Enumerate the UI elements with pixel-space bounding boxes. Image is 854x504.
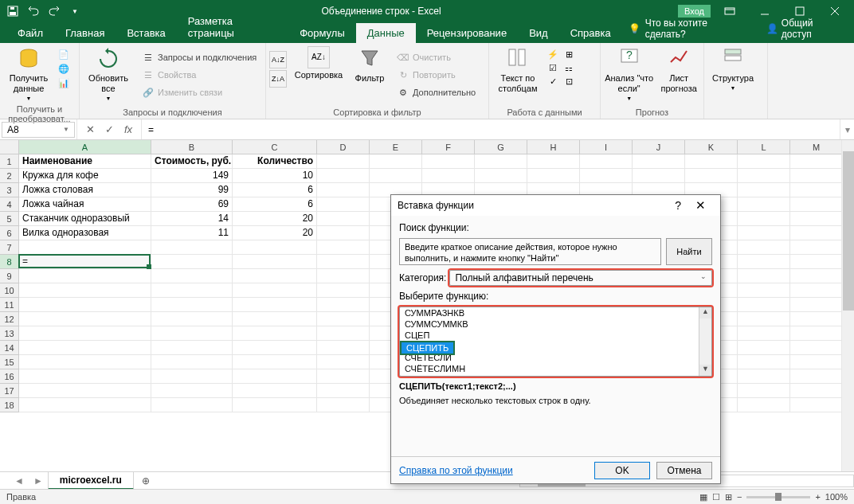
find-button[interactable]: Найти xyxy=(666,238,712,265)
cell[interactable] xyxy=(151,240,233,255)
cell[interactable] xyxy=(790,298,843,312)
ribbon-tab-Вставка[interactable]: Вставка xyxy=(116,23,176,43)
cell[interactable] xyxy=(685,154,738,169)
cell[interactable] xyxy=(317,183,370,197)
list-scrollbar[interactable]: ▲ ▼ xyxy=(699,307,711,376)
zoom-level[interactable]: 100% xyxy=(825,492,848,502)
cell[interactable] xyxy=(317,298,370,312)
cell[interactable] xyxy=(790,312,843,326)
tell-me-input[interactable]: 💡 Что вы хотите сделать? xyxy=(622,14,750,43)
cancel-button[interactable]: Отмена xyxy=(656,462,712,479)
search-input[interactable]: Введите краткое описание действия, котор… xyxy=(399,238,661,265)
cell[interactable] xyxy=(633,154,685,169)
cancel-formula-icon[interactable]: ✕ xyxy=(82,123,98,135)
cell[interactable] xyxy=(317,341,370,355)
cell[interactable] xyxy=(151,384,233,398)
cell[interactable] xyxy=(738,341,790,355)
cell[interactable] xyxy=(317,197,370,212)
cell[interactable] xyxy=(233,269,317,283)
column-header[interactable]: A xyxy=(19,140,151,154)
row-header[interactable]: 9 xyxy=(0,269,19,283)
row-header[interactable]: 12 xyxy=(0,312,19,326)
column-header[interactable]: M xyxy=(790,140,843,154)
cell[interactable] xyxy=(317,384,370,398)
cell[interactable] xyxy=(233,369,317,384)
relationships-icon[interactable]: ⚏ xyxy=(562,61,575,74)
sort-button[interactable]: AZ↓ Сортировка xyxy=(290,45,347,80)
function-item[interactable]: СЦЕП xyxy=(400,330,711,341)
prev-sheet-icon[interactable]: ◄ xyxy=(10,475,29,486)
cell[interactable] xyxy=(738,169,790,183)
cell[interactable] xyxy=(317,169,370,183)
share-button[interactable]: 👤 Общий доступ xyxy=(760,14,848,43)
cell[interactable] xyxy=(233,255,317,269)
cell[interactable] xyxy=(19,326,151,341)
cell[interactable]: 69 xyxy=(151,197,233,212)
dialog-titlebar[interactable]: Вставка функции ? ✕ xyxy=(391,195,720,216)
cell[interactable] xyxy=(317,226,370,240)
cell[interactable]: 99 xyxy=(151,183,233,197)
accept-formula-icon[interactable]: ✓ xyxy=(101,123,117,135)
ribbon-tab-Файл[interactable]: Файл xyxy=(6,23,54,43)
cell[interactable] xyxy=(233,312,317,326)
cell[interactable] xyxy=(475,154,527,169)
cell[interactable] xyxy=(738,283,790,298)
column-header[interactable]: H xyxy=(527,140,580,154)
cell[interactable]: Стаканчик одноразовый xyxy=(19,212,151,226)
cell[interactable] xyxy=(233,398,317,412)
cell[interactable] xyxy=(370,154,422,169)
cell[interactable]: Стоимость, руб. xyxy=(151,154,233,169)
refresh-all-button[interactable]: Обновить все▼ xyxy=(83,45,134,103)
view-break-icon[interactable]: ⊞ xyxy=(725,492,732,502)
column-header[interactable]: D xyxy=(317,140,370,154)
cell[interactable] xyxy=(317,283,370,298)
cell[interactable] xyxy=(790,283,843,298)
column-header[interactable]: B xyxy=(151,140,233,154)
cell[interactable] xyxy=(738,326,790,341)
cell[interactable]: Ложка столовая xyxy=(19,183,151,197)
ribbon-tab-Рецензирование[interactable]: Рецензирование xyxy=(416,23,518,43)
ribbon-tab-Разметка страницы[interactable]: Разметка страницы xyxy=(177,11,288,43)
cell[interactable] xyxy=(790,369,843,384)
cell[interactable] xyxy=(685,169,738,183)
cell[interactable]: Количество xyxy=(233,154,317,169)
cell[interactable] xyxy=(19,269,151,283)
cell[interactable]: 149 xyxy=(151,169,233,183)
cell[interactable] xyxy=(790,154,843,169)
cell[interactable] xyxy=(151,369,233,384)
cell[interactable] xyxy=(738,226,790,240)
row-header[interactable]: 11 xyxy=(0,298,19,312)
clear-button[interactable]: ⌫Очистить xyxy=(392,49,480,65)
cell[interactable] xyxy=(317,240,370,255)
source-icon-1[interactable]: 📄 xyxy=(57,48,70,61)
dialog-close-icon[interactable]: ✕ xyxy=(688,198,714,213)
cell[interactable] xyxy=(317,369,370,384)
zoom-out-icon[interactable]: − xyxy=(737,492,742,502)
sort-za-button[interactable]: Z↓A xyxy=(269,70,287,88)
view-normal-icon[interactable]: ▦ xyxy=(699,492,707,502)
function-item[interactable]: СЧЁТЕСЛИМН xyxy=(400,363,711,374)
structure-button[interactable]: Структура▼ xyxy=(707,45,758,92)
cell[interactable] xyxy=(580,169,633,183)
cell[interactable] xyxy=(151,312,233,326)
row-header[interactable]: 6 xyxy=(0,226,19,240)
row-header[interactable]: 17 xyxy=(0,384,19,398)
cell[interactable] xyxy=(19,312,151,326)
cell[interactable]: 14 xyxy=(151,212,233,226)
cell[interactable] xyxy=(738,269,790,283)
undo-icon[interactable] xyxy=(24,2,43,21)
column-header[interactable]: F xyxy=(422,140,475,154)
cell[interactable] xyxy=(790,197,843,212)
sort-az-button[interactable]: A↓Z xyxy=(269,51,287,68)
filter-button[interactable]: Фильтр xyxy=(351,45,389,84)
function-item[interactable]: СЦЕПИТЬ xyxy=(400,341,455,355)
cell[interactable]: Кружка для кофе xyxy=(19,169,151,183)
cell[interactable] xyxy=(738,355,790,369)
column-header[interactable]: C xyxy=(233,140,317,154)
row-header[interactable]: 15 xyxy=(0,355,19,369)
cell[interactable] xyxy=(422,154,475,169)
function-item[interactable]: СУММСУММКВ xyxy=(400,318,711,330)
cell[interactable] xyxy=(527,154,580,169)
insert-function-icon[interactable]: fx xyxy=(120,123,136,135)
row-header[interactable]: 8 xyxy=(0,255,19,269)
